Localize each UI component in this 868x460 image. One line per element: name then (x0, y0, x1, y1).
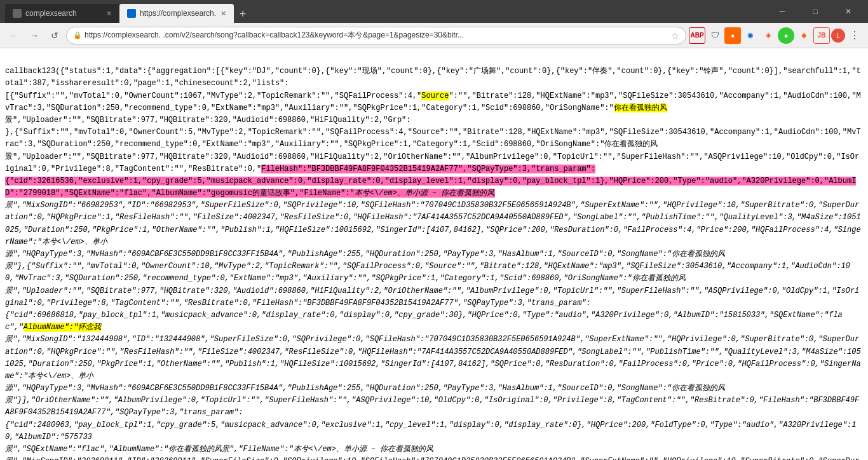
abp-button[interactable]: ABP (689, 27, 705, 44)
star-icon[interactable]: ☆ (671, 30, 679, 41)
source-highlight-1: Source (421, 91, 449, 100)
shield-button[interactable]: 🛡 (707, 27, 723, 44)
address-bar[interactable]: 🔒 https://complexsearch. .com/v2/search/… (66, 27, 686, 44)
albumname-highlight-1: AlbumName":"怀念我 (24, 323, 101, 332)
browser-frame: complexsearch ✕ https://complexsearch. ✕… (0, 0, 868, 460)
tab-1-favicon (13, 9, 22, 18)
profile-button[interactable]: L (831, 29, 845, 43)
extension2-button[interactable]: ◉ (742, 27, 759, 44)
extension1-button[interactable]: ● (724, 27, 741, 44)
tab-1-label: complexsearch (25, 9, 77, 18)
filehash-highlight-1: FileHash":"BF3DBBF49FA8F9F04352B15419A2A… (5, 165, 856, 198)
new-tab-button[interactable]: + (234, 5, 252, 23)
orionsong-highlight-1: 你在看孤独的风 (614, 104, 667, 112)
tab-2-favicon (127, 9, 136, 18)
content-area[interactable]: callback123({"status":1,"data":{"aggrega… (0, 48, 868, 460)
back-button[interactable]: ← (5, 27, 23, 44)
extension3-button[interactable]: ◈ (760, 27, 776, 44)
tab-2[interactable]: https://complexsearch. ✕ (119, 4, 234, 23)
title-bar: complexsearch ✕ https://complexsearch. ✕… (0, 0, 868, 23)
maximize-button[interactable]: □ (801, 0, 830, 23)
forward-button[interactable]: → (25, 27, 43, 44)
menu-button[interactable]: ⋮ (846, 27, 863, 44)
close-button[interactable]: ✕ (834, 0, 863, 23)
minimize-button[interactable]: ─ (768, 0, 797, 23)
title-bar-controls: ─ □ ✕ (768, 0, 863, 23)
tab-1-close[interactable]: ✕ (106, 10, 112, 18)
address-text: https://complexsearch. .com/v2/search/so… (85, 30, 668, 41)
content-line1: callback123({"status":1,"data":{"aggrega… (5, 67, 861, 460)
extension5-button[interactable]: ◆ (796, 27, 812, 44)
jb-button[interactable]: JB (813, 27, 830, 44)
refresh-button[interactable]: ↺ (46, 27, 64, 44)
nav-bar: ← → ↺ 🔒 https://complexsearch. .com/v2/s… (0, 23, 868, 48)
tab-1[interactable]: complexsearch ✕ (5, 4, 119, 23)
tab-bar: complexsearch ✕ https://complexsearch. ✕… (5, 0, 768, 23)
extension4-button[interactable]: ● (778, 27, 794, 44)
lock-icon: 🔒 (73, 31, 82, 39)
tab-2-label: https://complexsearch. (140, 9, 216, 18)
nav-icons: ABP 🛡 ● ◉ ◈ ● ◆ JB L ⋮ (689, 27, 863, 44)
tab-2-close[interactable]: ✕ (220, 10, 226, 18)
